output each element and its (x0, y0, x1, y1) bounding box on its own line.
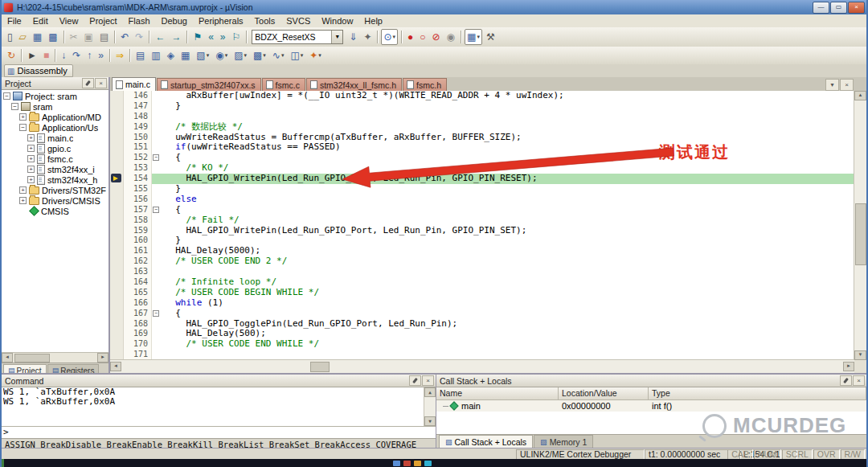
menu-window[interactable]: Window (316, 15, 358, 27)
scroll-right-icon[interactable]: ► (97, 353, 108, 363)
breakpoint-margin[interactable] (110, 101, 124, 112)
menu-flash[interactable]: Flash (123, 15, 156, 27)
scroll-down-icon[interactable]: ▼ (854, 350, 866, 360)
expand-icon[interactable]: + (27, 155, 35, 162)
breakpoint-margin[interactable] (110, 205, 124, 215)
dropdown-arrow-icon[interactable]: ▾ (393, 34, 396, 40)
dropdown-arrow-icon[interactable]: ▾ (301, 52, 304, 59)
collapse-icon[interactable]: − (3, 92, 10, 100)
breakpoint-margin[interactable] (110, 133, 124, 143)
target-select[interactable]: BDZX_ResetXS▾ (252, 30, 343, 44)
menu-project[interactable]: Project (84, 15, 122, 27)
expand-icon[interactable]: + (27, 166, 35, 173)
breakpoint-margin[interactable] (110, 215, 124, 226)
menu-view[interactable]: View (54, 15, 84, 27)
scroll-down-icon[interactable]: ▼ (424, 416, 436, 426)
tree-item-main-c[interactable]: +main.c (2, 133, 108, 143)
breakpoint-margin[interactable] (110, 298, 124, 309)
step-into-icon[interactable]: ↓ (59, 47, 68, 63)
dock-tab-call-stack-locals[interactable]: ▧Call Stack + Locals (439, 435, 533, 448)
windows-taskbar[interactable] (2, 459, 866, 467)
dock-tab-memory-1[interactable]: ▨Memory 1 (534, 435, 593, 448)
close-icon[interactable]: × (422, 375, 434, 386)
expand-icon[interactable]: + (19, 186, 27, 194)
breakpoint-margin[interactable] (110, 288, 124, 298)
close-document-icon[interactable]: × (840, 79, 854, 91)
analysis-window-icon[interactable]: ∿▾ (270, 47, 287, 63)
code-editor[interactable]: 146 aRxBuffer[uwIndex] = *(__IO uint32_t… (110, 91, 854, 360)
stop-icon[interactable]: ■ (41, 47, 51, 63)
collapse-icon[interactable]: − (11, 103, 18, 110)
dropdown-arrow-icon[interactable]: ▾ (477, 34, 480, 40)
command-input[interactable]: > (2, 426, 436, 438)
bookmark-prev-icon[interactable]: « (206, 29, 216, 45)
taskbar-item-3[interactable] (414, 461, 421, 466)
expand-icon[interactable]: + (27, 176, 35, 183)
expand-icon[interactable]: + (27, 134, 35, 141)
breakpoint-margin[interactable] (110, 122, 124, 133)
copy-icon[interactable]: ▣ (82, 29, 96, 45)
breakpoint-margin[interactable] (110, 226, 124, 236)
disassembly-tab[interactable]: ▥ Disassembly (4, 64, 73, 77)
fold-collapse-icon[interactable]: − (153, 207, 159, 213)
tree-item-gpio-c[interactable]: +gpio.c (2, 143, 108, 154)
editor-vscrollbar[interactable]: ▲ ▼ (854, 91, 866, 360)
bookmark-next-icon[interactable]: » (218, 29, 228, 45)
run-to-cursor-icon[interactable]: » (96, 47, 106, 63)
code-line-156[interactable]: 156 else (110, 195, 854, 205)
callstack-row-main[interactable]: main0x00000000int f() (436, 400, 866, 412)
dropdown-arrow-icon[interactable]: ▾ (331, 31, 342, 43)
target-options-icon[interactable]: ✦ (361, 29, 374, 45)
editor-tab-main-c[interactable]: main.c (112, 77, 156, 91)
taskbar-item-2[interactable] (403, 461, 411, 466)
disassembly-window-icon[interactable]: ▥ (149, 47, 162, 63)
show-next-statement-icon[interactable]: ⇒ (113, 47, 126, 63)
editor-tab-stm32f4xx-ll-fsmc-h[interactable]: stm32f4xx_ll_fsmc.h (306, 78, 402, 91)
tree-item-cmsis[interactable]: CMSIS (2, 206, 108, 216)
scroll-left-icon[interactable]: ◄ (110, 362, 121, 371)
code-line-151[interactable]: 151 if(uwWriteReadStatus == PASSED) (110, 142, 854, 153)
scroll-right-icon[interactable]: ► (843, 362, 854, 371)
menu-tools[interactable]: Tools (249, 15, 281, 27)
close-icon[interactable]: × (95, 78, 107, 88)
run-icon[interactable]: ► (25, 47, 39, 63)
reset-icon[interactable]: ↻ (5, 47, 18, 63)
tree-item-drivers-cmsis[interactable]: +Drivers/CMSIS (2, 195, 108, 206)
editor-hscrollbar[interactable]: ◄ ► (110, 359, 854, 373)
expand-icon[interactable]: + (19, 197, 27, 204)
code-line-159[interactable]: 159 HAL_GPIO_WritePin(Led_Run_GPIO_Port,… (110, 226, 854, 236)
code-line-147[interactable]: 147 } (110, 101, 854, 112)
breakpoint-disable-icon[interactable]: ○ (417, 29, 428, 45)
menu-help[interactable]: Help (358, 15, 388, 27)
breakpoint-margin[interactable] (110, 309, 124, 319)
tab-list-dropdown-icon[interactable]: ▾ (825, 79, 839, 91)
save-all-icon[interactable]: ▩ (46, 29, 59, 45)
cut-icon[interactable]: ✂ (68, 29, 80, 45)
breakpoint-margin[interactable] (110, 195, 124, 205)
code-line-154[interactable]: 154 HAL_GPIO_WritePin(Led_Run_GPIO_Port,… (110, 174, 854, 184)
toolbox-icon[interactable]: ✦▾ (307, 47, 324, 63)
tree-item-fsmc-c[interactable]: +fsmc.c (2, 154, 108, 164)
new-file-icon[interactable]: ▯ (5, 29, 15, 45)
project-hscrollbar[interactable]: ◄ ► (2, 352, 108, 363)
maximize-button[interactable]: ▭ (830, 2, 847, 14)
scrollbar-thumb[interactable] (14, 354, 50, 363)
code-line-170[interactable]: 170 /* USER CODE END WHILE */ (110, 339, 854, 350)
breakpoint-insert-icon[interactable]: ● (405, 29, 416, 45)
menu-svcs[interactable]: SVCS (280, 15, 316, 27)
code-line-162[interactable]: 162 /* USER CODE END 2 */ (110, 256, 854, 267)
redo-icon[interactable]: ↷ (133, 29, 145, 45)
memory-window-icon[interactable]: ▨▾ (231, 47, 249, 63)
command-vscrollbar[interactable]: ▲ ▼ (424, 387, 436, 426)
registers-window-icon[interactable]: ▦ (178, 47, 192, 63)
menu-peripherals[interactable]: Peripherals (193, 15, 249, 27)
tree-item-stm32f4xx-i[interactable]: +stm32f4xx_i (2, 164, 108, 174)
breakpoint-margin[interactable] (110, 236, 124, 246)
expand-icon[interactable]: + (27, 145, 35, 152)
bookmark-clear-icon[interactable]: ⚐ (230, 29, 244, 45)
tree-item-project-sram[interactable]: −Project: sram (2, 91, 108, 101)
callstack-window-icon[interactable]: ▧▾ (194, 47, 211, 63)
scroll-left-icon[interactable]: ◄ (2, 353, 13, 363)
code-line-155[interactable]: 155 } (110, 184, 854, 195)
project-panel-header[interactable]: Project × (2, 77, 108, 90)
